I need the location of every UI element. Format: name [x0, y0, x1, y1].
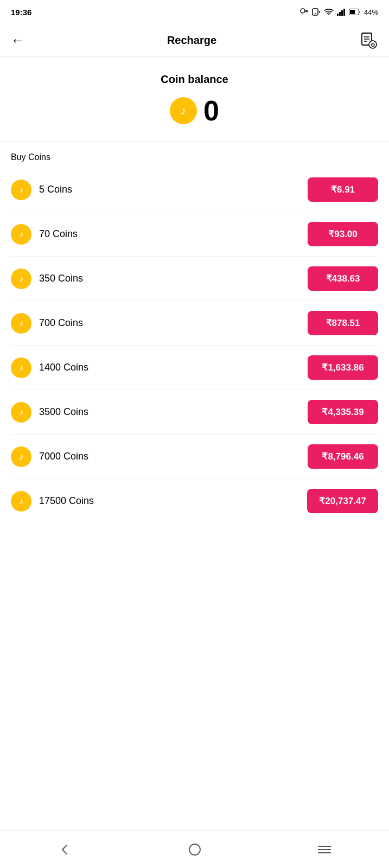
- svg-text:⊙: ⊙: [371, 42, 375, 48]
- coin-item[interactable]: ♪ 17500 Coins ₹20,737.47: [11, 479, 378, 523]
- coin-item-name-1: 70 Coins: [39, 228, 78, 240]
- svg-point-5: [315, 13, 316, 14]
- coin-item[interactable]: ♪ 3500 Coins ₹4,335.39: [11, 390, 378, 435]
- coin-item-left: ♪ 1400 Coins: [11, 358, 88, 378]
- coin-item-name-0: 5 Coins: [39, 184, 72, 195]
- svg-rect-11: [343, 9, 345, 16]
- buy-coins-title: Buy Coins: [11, 152, 378, 162]
- key-icon: [300, 8, 309, 16]
- header: ← Recharge ⊙: [0, 24, 389, 57]
- coin-item-name-6: 7000 Coins: [39, 451, 88, 462]
- coin-price-button-6[interactable]: ₹8,796.46: [308, 444, 378, 469]
- coin-price-button-4[interactable]: ₹1,633.86: [308, 355, 378, 380]
- coin-price-button-3[interactable]: ₹878.51: [308, 311, 378, 335]
- coin-icon-small-5: ♪: [11, 402, 31, 423]
- coin-item[interactable]: ♪ 5 Coins ₹6.91: [11, 168, 378, 212]
- coin-item-name-3: 700 Coins: [39, 317, 83, 329]
- coin-icon-large: ♪: [170, 97, 197, 124]
- svg-rect-8: [337, 14, 339, 16]
- coin-item-name-4: 1400 Coins: [39, 362, 88, 373]
- coin-item-name-5: 3500 Coins: [39, 406, 88, 418]
- coin-price-button-2[interactable]: ₹438.63: [308, 266, 378, 291]
- coin-icon-small-4: ♪: [11, 358, 31, 378]
- svg-point-7: [328, 14, 329, 15]
- svg-rect-9: [339, 12, 341, 16]
- coin-item[interactable]: ♪ 70 Coins ₹93.00: [11, 212, 378, 257]
- status-bar: 19:36: [0, 0, 389, 24]
- battery-icon: [349, 9, 361, 15]
- bottom-navigation: [0, 830, 389, 868]
- coin-items-list: ♪ 5 Coins ₹6.91 ♪ 70 Coins ₹93.00 ♪ 350 …: [11, 168, 378, 523]
- coin-icon-small-6: ♪: [11, 446, 31, 467]
- back-button[interactable]: ←: [11, 33, 25, 47]
- coin-icon-small-1: ♪: [11, 224, 31, 245]
- phone-icon: [312, 8, 321, 16]
- battery-percent: 44%: [364, 8, 378, 16]
- status-icons: 44%: [300, 8, 378, 16]
- coin-item[interactable]: ♪ 700 Coins ₹878.51: [11, 301, 378, 346]
- coin-item[interactable]: ♪ 1400 Coins ₹1,633.86: [11, 346, 378, 390]
- coin-balance-number: 0: [203, 97, 219, 125]
- signal-icon: [337, 8, 346, 16]
- svg-rect-10: [341, 10, 343, 16]
- menu-nav-button[interactable]: [308, 836, 341, 863]
- coin-item-left: ♪ 5 Coins: [11, 180, 72, 200]
- coin-icon-small-7: ♪: [11, 491, 31, 512]
- coin-item-left: ♪ 350 Coins: [11, 269, 83, 289]
- coin-price-button-1[interactable]: ₹93.00: [308, 222, 378, 246]
- status-time: 19:36: [11, 8, 31, 17]
- coin-item-left: ♪ 70 Coins: [11, 224, 78, 245]
- back-nav-button[interactable]: [49, 836, 81, 863]
- coin-item-name-2: 350 Coins: [39, 273, 83, 284]
- receipt-icon[interactable]: ⊙: [359, 30, 378, 50]
- wifi-icon: [324, 8, 334, 16]
- coin-price-button-0[interactable]: ₹6.91: [308, 177, 378, 202]
- home-nav-button[interactable]: [178, 836, 211, 863]
- coin-icon-small-0: ♪: [11, 180, 31, 200]
- coin-item[interactable]: ♪ 350 Coins ₹438.63: [11, 257, 378, 301]
- svg-point-20: [189, 844, 200, 855]
- coin-item-left: ♪ 3500 Coins: [11, 402, 88, 423]
- coin-item-left: ♪ 700 Coins: [11, 313, 83, 334]
- coin-balance-section: Coin balance ♪ 0: [0, 57, 389, 141]
- page-title: Recharge: [167, 34, 216, 47]
- coin-balance-display: ♪ 0: [170, 97, 219, 125]
- svg-point-0: [301, 9, 305, 13]
- coin-item[interactable]: ♪ 7000 Coins ₹8,796.46: [11, 435, 378, 479]
- coin-item-name-7: 17500 Coins: [39, 495, 94, 507]
- svg-rect-13: [350, 10, 355, 14]
- svg-rect-4: [313, 9, 318, 15]
- coin-item-left: ♪ 7000 Coins: [11, 446, 88, 467]
- coin-price-button-7[interactable]: ₹20,737.47: [307, 489, 378, 513]
- coin-item-left: ♪ 17500 Coins: [11, 491, 94, 512]
- coin-icon-small-3: ♪: [11, 313, 31, 334]
- coin-price-button-5[interactable]: ₹4,335.39: [308, 400, 378, 424]
- coin-balance-title: Coin balance: [161, 73, 228, 86]
- coin-icon-small-2: ♪: [11, 269, 31, 289]
- buy-coins-section: Buy Coins ♪ 5 Coins ₹6.91 ♪ 70 Coins ₹93…: [0, 142, 389, 534]
